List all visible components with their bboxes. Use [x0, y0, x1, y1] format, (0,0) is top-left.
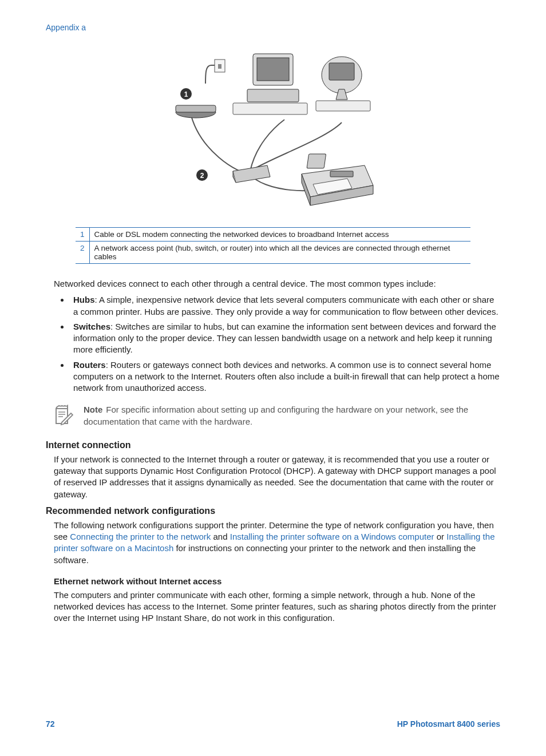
svg-rect-9 — [257, 58, 289, 81]
list-item: Routers: Routers or gateways connect bot… — [70, 359, 500, 394]
figure-legend-table: 1 Cable or DSL modem connecting the netw… — [76, 227, 470, 264]
svg-text:1: 1 — [184, 90, 188, 98]
page-footer: 72 HP Photosmart 8400 series — [46, 719, 500, 729]
link-install-windows[interactable]: Installing the printer software on a Win… — [230, 532, 434, 541]
ethernet-paragraph: The computers and printer communicate wi… — [54, 589, 500, 624]
svg-rect-15 — [330, 171, 353, 177]
note-callout: NoteFor specific information about setti… — [54, 404, 500, 428]
network-diagram-figure: 1 2 — [46, 42, 500, 216]
link-connecting-printer[interactable]: Connecting the printer to the network — [70, 532, 211, 541]
svg-rect-12 — [329, 63, 354, 80]
network-diagram: 1 2 — [170, 42, 376, 214]
heading-ethernet-no-internet: Ethernet network without Internet access — [54, 576, 500, 586]
note-label: Note — [84, 405, 102, 414]
svg-rect-10 — [247, 89, 299, 102]
svg-text:2: 2 — [200, 172, 204, 180]
table-row: 1 Cable or DSL modem connecting the netw… — [76, 228, 470, 242]
note-text: NoteFor specific information about setti… — [84, 404, 500, 428]
recommended-paragraph: The following network configurations sup… — [54, 520, 500, 566]
legend-num: 1 — [76, 228, 89, 242]
heading-internet-connection: Internet connection — [46, 440, 500, 450]
svg-rect-11 — [233, 103, 307, 114]
list-item: Hubs: A simple, inexpensive network devi… — [70, 294, 500, 318]
legend-num: 2 — [76, 242, 89, 264]
legend-text: A network access point (hub, switch, or … — [89, 242, 470, 264]
svg-rect-3 — [176, 105, 216, 112]
svg-rect-14 — [307, 154, 326, 168]
internet-paragraph: If your network is connected to the Inte… — [54, 454, 500, 500]
svg-rect-1 — [218, 64, 221, 69]
svg-rect-13 — [316, 101, 370, 111]
appendix-label: Appendix a — [46, 23, 500, 32]
intro-paragraph: Networked devices connect to each other … — [54, 278, 500, 290]
list-item: Switches: Switches are similar to hubs, … — [70, 321, 500, 356]
legend-text: Cable or DSL modem connecting the networ… — [89, 228, 470, 242]
note-icon — [54, 404, 73, 427]
device-types-list: Hubs: A simple, inexpensive network devi… — [54, 294, 500, 394]
page-number: 72 — [46, 719, 55, 729]
document-title: HP Photosmart 8400 series — [397, 719, 500, 729]
table-row: 2 A network access point (hub, switch, o… — [76, 242, 470, 264]
heading-recommended-configs: Recommended network configurations — [46, 506, 500, 516]
